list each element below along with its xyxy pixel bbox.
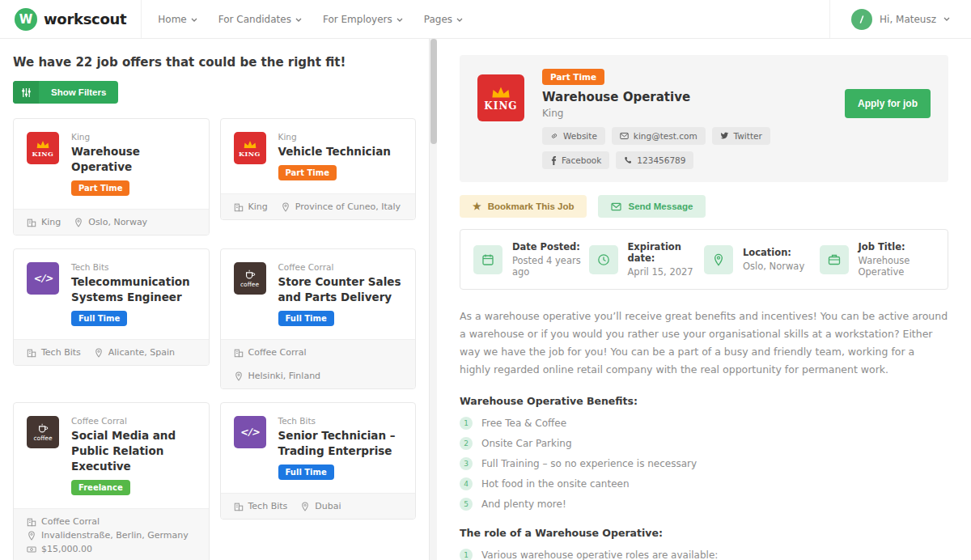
- job-type-badge: Full Time: [278, 465, 334, 480]
- sliders-icon: [13, 81, 39, 104]
- twitter-link[interactable]: Twitter: [712, 127, 770, 145]
- phone-icon: [624, 156, 632, 164]
- job-card[interactable]: </> Tech Bits Senior Technician – Tradin…: [220, 402, 417, 520]
- send-message-label: Send Message: [628, 202, 693, 211]
- user-avatar: [851, 9, 872, 30]
- envelope-icon: [611, 202, 621, 211]
- email-link[interactable]: king@test.com: [612, 127, 706, 145]
- overview-value: Warehouse Operative: [859, 255, 935, 278]
- card-title: Warehouse Operative: [71, 144, 196, 175]
- location-pin-icon: [94, 348, 104, 358]
- job-card[interactable]: </> Tech Bits Telecommunication Systems …: [13, 248, 210, 366]
- job-actions: ★ Bookmark This Job Send Message: [460, 195, 948, 218]
- card-company: King: [278, 132, 391, 142]
- pen-icon: [857, 15, 867, 24]
- send-message-button[interactable]: Send Message: [598, 195, 706, 218]
- facebook-icon: [550, 156, 557, 165]
- footer-company: Tech Bits: [41, 347, 81, 358]
- king-logo-word: KING: [32, 151, 54, 157]
- overview-date-posted: Date Posted: Posted 4 years ago: [473, 236, 589, 282]
- card-company: Tech Bits: [71, 262, 196, 272]
- footer-company: Tech Bits: [248, 501, 288, 511]
- techbits-logo: </>: [27, 262, 59, 295]
- job-type-badge: Freelance: [71, 480, 130, 495]
- coffee-corral-logo: coffee: [234, 262, 266, 295]
- job-card[interactable]: coffee Coffee Corral Social Media and Pu…: [13, 402, 210, 560]
- king-logo-word: KING: [484, 101, 517, 111]
- card-title: Store Counter Sales and Parts Delivery: [278, 274, 403, 305]
- job-card[interactable]: coffee Coffee Corral Store Counter Sales…: [220, 248, 417, 389]
- list-item-text: And plenty more!: [481, 498, 566, 511]
- nav-item-for-employers[interactable]: For Employers: [323, 14, 403, 25]
- list-item-text: Onsite Car Parking: [481, 437, 572, 450]
- left-panel-scrollbar[interactable]: [429, 39, 437, 560]
- chevron-down-icon: [396, 18, 403, 22]
- show-filters-button[interactable]: Show Filters: [13, 81, 118, 104]
- bookmark-job-button[interactable]: ★ Bookmark This Job: [460, 195, 587, 218]
- job-type-badge: Part Time: [542, 69, 604, 85]
- job-type-badge: Full Time: [278, 311, 334, 326]
- card-title: Vehicle Technician: [278, 144, 391, 159]
- nav-item-pages[interactable]: Pages: [424, 14, 463, 25]
- job-description: As a warehouse operative you’ll receive …: [460, 308, 948, 379]
- facebook-link[interactable]: Facebook: [542, 151, 609, 169]
- overview-value: Posted 4 years ago: [512, 255, 589, 278]
- list-item: Onsite Car Parking: [460, 437, 948, 450]
- phone-label: 123456789: [637, 155, 685, 165]
- salary-icon: [27, 545, 36, 554]
- job-type-badge: Part Time: [71, 180, 129, 196]
- card-footer: Tech Bits Alicante, Spain: [14, 339, 209, 365]
- company-icon: [234, 202, 244, 212]
- scrollbar-thumb[interactable]: [430, 39, 437, 144]
- twitter-icon: [720, 132, 729, 140]
- nav-label: Home: [158, 14, 186, 25]
- location-pin-icon: [74, 218, 83, 227]
- footer-company: King: [41, 217, 61, 227]
- benefits-list: Free Tea & Coffee Onsite Car Parking Ful…: [460, 417, 948, 511]
- overview-label: Expiration date:: [628, 241, 705, 264]
- footer-salary: $15,000.00: [41, 544, 92, 554]
- job-type-badge: Full Time: [71, 311, 127, 326]
- crown-icon: [243, 140, 257, 149]
- user-menu[interactable]: Hi, Mateusz: [829, 0, 971, 38]
- card-company: King: [71, 132, 196, 142]
- job-card[interactable]: KING King Warehouse Operative Part Time …: [13, 118, 210, 235]
- nav-label: For Candidates: [218, 14, 291, 25]
- footer-company: Coffee Corral: [41, 516, 100, 527]
- card-title: Social Media and Public Relation Executi…: [71, 428, 196, 474]
- user-greeting: Hi, Mateusz: [880, 14, 936, 25]
- coffee-cup-icon: [244, 269, 257, 280]
- website-link[interactable]: Website: [542, 127, 605, 145]
- bookmark-label: Bookmark This Job: [488, 202, 575, 211]
- apply-for-job-button[interactable]: Apply for job: [845, 89, 931, 118]
- facebook-label: Facebook: [562, 155, 601, 165]
- nav-item-for-candidates[interactable]: For Candidates: [218, 14, 302, 25]
- show-filters-label: Show Filters: [39, 81, 118, 104]
- company-links: Website king@test.com Twitter Facebook 1…: [542, 127, 827, 169]
- phone-link[interactable]: 123456789: [616, 151, 693, 169]
- job-card[interactable]: KING King Vehicle Technician Part Time K…: [220, 118, 417, 220]
- job-overview: Date Posted: Posted 4 years ago Expirati…: [460, 229, 948, 290]
- role-list: Various warehouse operative roles are av…: [460, 549, 948, 560]
- clock-icon: [589, 245, 618, 274]
- footer-location: Alicante, Spain: [108, 347, 175, 358]
- card-footer: Coffee Corral Helsinki, Finland: [221, 339, 416, 388]
- coffee-logo-word: coffee: [240, 282, 259, 288]
- list-item: And plenty more!: [460, 498, 948, 511]
- list-item-text: Various warehouse operative roles are av…: [481, 549, 718, 560]
- nav-label: For Employers: [323, 14, 392, 25]
- location-pin-icon: [234, 371, 244, 381]
- email-label: king@test.com: [634, 131, 698, 141]
- brand-logo[interactable]: W workscout: [0, 0, 142, 38]
- footer-location: Oslo, Norway: [88, 217, 147, 227]
- location-pin-icon: [300, 502, 310, 511]
- results-heading: We have 22 job offers that could be the …: [13, 55, 416, 70]
- overview-value: Oslo, Norway: [743, 261, 804, 272]
- code-icon: </>: [240, 427, 260, 437]
- footer-company: King: [248, 202, 268, 212]
- king-logo-word: KING: [239, 151, 261, 157]
- nav-item-home[interactable]: Home: [158, 14, 197, 25]
- code-icon: </>: [33, 274, 53, 283]
- coffee-cup-icon: [36, 423, 49, 434]
- king-logo-large: KING: [477, 74, 524, 121]
